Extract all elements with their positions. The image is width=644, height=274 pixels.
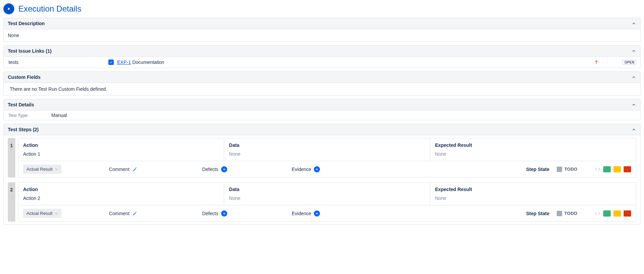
step-expected-cell: Expected Result None [430, 138, 636, 161]
page-header: Execution Details [3, 3, 641, 14]
state-color-swatch [557, 211, 562, 216]
actual-result-button[interactable]: Actual Result [23, 209, 61, 218]
step-expected-header: Expected Result [435, 187, 631, 192]
test-steps-body: 1 Action Action 1 Data None Expected Res… [4, 135, 640, 224]
step-expected-header: Expected Result [435, 142, 631, 148]
step-action-value: Action 1 [23, 151, 219, 157]
panel-header-test-steps[interactable]: Test Steps (2) [4, 124, 640, 135]
chevron-down-icon [55, 212, 58, 215]
state-color-swatch [557, 167, 562, 172]
step-data-value: None [229, 151, 425, 157]
step-expected-value: None [435, 151, 631, 157]
defects-label: Defects [202, 167, 218, 172]
issue-status-badge: OPEN [623, 60, 636, 65]
test-type-label: Test Type: [8, 113, 51, 118]
step-expected-value: None [435, 195, 631, 201]
code-icon[interactable] [594, 210, 601, 217]
panel-header-test-description[interactable]: Test Description [4, 18, 640, 29]
state-pass-button[interactable] [603, 166, 611, 172]
comment-label: Comment [109, 167, 130, 172]
step-state-value: TODO [557, 167, 577, 172]
comment-item: Comment [109, 167, 138, 172]
actual-result-button[interactable]: Actual Result [23, 165, 61, 174]
panel-issue-links: Test Issue Links (1) tests EXP-1 Documen… [3, 45, 641, 68]
test-description-value: None [4, 29, 640, 41]
chevron-up-icon[interactable] [631, 102, 636, 107]
step-action-header: Action [23, 142, 219, 148]
step-expected-cell: Expected Result None [430, 183, 636, 205]
chevron-up-icon[interactable] [631, 75, 636, 80]
state-fail-button[interactable] [624, 166, 631, 172]
step-number: 2 [8, 182, 15, 222]
panel-header-issue-links[interactable]: Test Issue Links (1) [4, 46, 640, 57]
panel-title: Custom Fields [8, 74, 40, 80]
add-defect-button[interactable] [221, 166, 227, 172]
step-action-header: Action [23, 187, 219, 192]
panel-title: Test Steps (2) [8, 127, 39, 132]
step-data-header: Data [229, 187, 425, 192]
edit-comment-icon[interactable] [132, 167, 138, 172]
state-executing-button[interactable] [613, 210, 621, 217]
evidence-label: Evidence [292, 167, 311, 172]
add-evidence-button[interactable] [314, 166, 320, 172]
priority-icon [594, 60, 599, 65]
panel-test-steps: Test Steps (2) 1 Action Action 1 Data No… [3, 124, 641, 225]
issue-relation: tests [8, 59, 108, 65]
step-action-cell: Action Action 1 [18, 138, 224, 161]
step-content: Action Action 1 Data None Expected Resul… [18, 138, 636, 177]
evidence-label: Evidence [292, 211, 311, 216]
chevron-down-icon [55, 168, 58, 171]
evidence-item: Evidence [292, 210, 320, 217]
state-text: TODO [564, 167, 577, 172]
issue-summary: Documentation [132, 59, 164, 65]
step-data-cell: Data None [224, 138, 430, 161]
step-state-value: TODO [557, 211, 577, 216]
defects-label: Defects [202, 211, 218, 216]
issue-type-icon [108, 59, 117, 65]
panel-test-details: Test Details Test Type: Manual [3, 99, 641, 120]
panel-header-custom-fields[interactable]: Custom Fields [4, 72, 640, 83]
step-action-cell: Action Action 2 [18, 183, 224, 205]
chevron-up-icon[interactable] [631, 49, 636, 53]
page-title: Execution Details [18, 4, 81, 14]
panel-header-test-details[interactable]: Test Details [4, 99, 640, 110]
defects-item: Defects [202, 166, 227, 172]
panel-title: Test Issue Links (1) [8, 48, 52, 54]
comment-item: Comment [109, 211, 138, 216]
step-action-value: Action 2 [23, 195, 219, 201]
execution-icon [3, 3, 14, 14]
state-executing-button[interactable] [613, 166, 621, 172]
test-type-row: Test Type: Manual [4, 110, 640, 120]
actual-result-label: Actual Result [26, 167, 53, 172]
comment-label: Comment [109, 211, 130, 216]
issue-links-body: tests EXP-1 Documentation OPEN [4, 57, 640, 68]
step-state-label: Step State [526, 167, 549, 172]
chevron-up-icon[interactable] [631, 127, 636, 132]
issue-key-link[interactable]: EXP-1 [117, 59, 131, 65]
state-text: TODO [564, 211, 577, 216]
test-step-row: 1 Action Action 1 Data None Expected Res… [8, 138, 636, 177]
edit-comment-icon[interactable] [132, 211, 138, 216]
issue-link-row: tests EXP-1 Documentation OPEN [8, 59, 636, 65]
step-data-cell: Data None [224, 183, 430, 205]
state-pass-button[interactable] [603, 210, 611, 217]
test-step-row: 2 Action Action 2 Data None Expected Res… [8, 182, 636, 222]
panel-custom-fields: Custom Fields There are no Test Run Cust… [3, 71, 641, 96]
chevron-up-icon[interactable] [631, 21, 636, 26]
code-icon[interactable] [594, 166, 601, 172]
step-state-label: Step State [526, 211, 549, 216]
custom-fields-value: There are no Test Run Custom Fields defi… [4, 83, 640, 95]
step-data-value: None [229, 195, 425, 201]
add-evidence-button[interactable] [314, 210, 320, 217]
panel-test-description: Test Description None [3, 18, 641, 42]
state-buttons [594, 166, 631, 172]
state-fail-button[interactable] [624, 210, 631, 217]
actual-result-label: Actual Result [26, 211, 53, 216]
add-defect-button[interactable] [221, 210, 227, 217]
test-type-value: Manual [51, 113, 67, 118]
panel-title: Test Details [8, 102, 34, 107]
state-buttons [594, 210, 631, 217]
panel-title: Test Description [8, 21, 45, 26]
step-data-header: Data [229, 142, 425, 148]
defects-item: Defects [202, 210, 227, 217]
